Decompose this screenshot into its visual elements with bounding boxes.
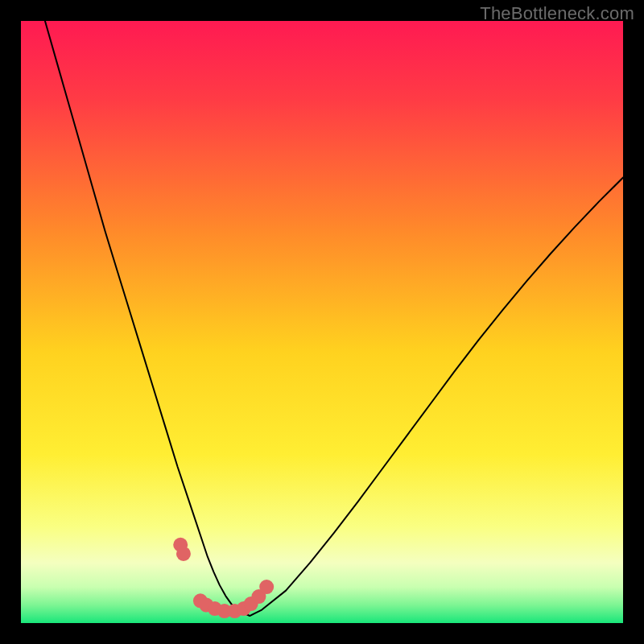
chart-container: TheBottleneck.com [0,0,644,644]
gradient-background [21,21,623,623]
curve-marker [176,547,191,561]
watermark-text: TheBottleneck.com [480,3,634,24]
curve-marker [259,580,274,594]
bottleneck-chart [21,21,623,623]
